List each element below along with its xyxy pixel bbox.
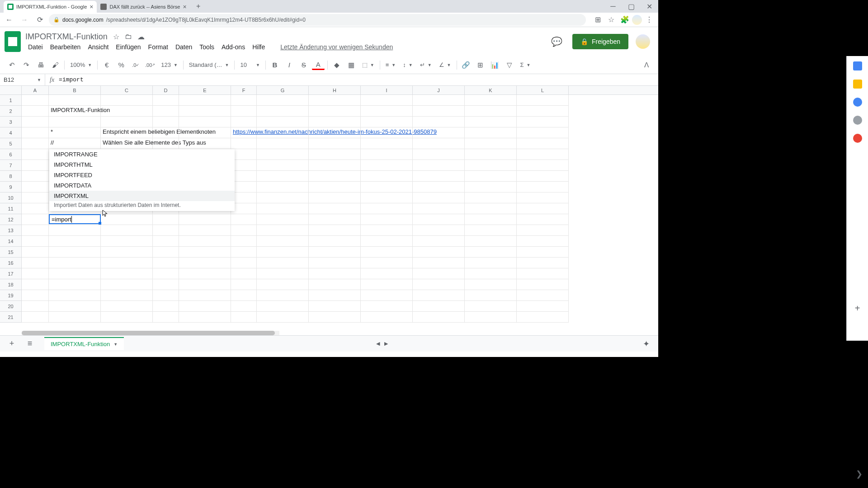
cell[interactable] (257, 127, 309, 138)
row-header[interactable]: 21 (0, 312, 21, 323)
cell[interactable] (231, 171, 257, 182)
cell[interactable] (465, 182, 517, 192)
reload-button[interactable]: ⟳ (33, 14, 46, 26)
cell[interactable] (309, 312, 361, 323)
bold-button[interactable]: B (269, 59, 281, 71)
cell[interactable] (517, 225, 569, 236)
cell[interactable] (22, 160, 49, 171)
cell[interactable] (179, 117, 231, 127)
cell[interactable] (465, 312, 517, 323)
cell[interactable] (413, 279, 465, 290)
col-header[interactable]: A (22, 86, 49, 94)
cell[interactable] (309, 192, 361, 203)
cell[interactable] (22, 138, 49, 149)
cell[interactable] (22, 182, 49, 192)
cell[interactable] (413, 258, 465, 268)
row-header[interactable]: 6 (0, 149, 21, 160)
cell[interactable] (517, 203, 569, 214)
cell[interactable] (22, 203, 49, 214)
wrap-button[interactable]: ↵▼ (417, 61, 434, 68)
cell[interactable] (22, 258, 49, 268)
cell[interactable] (179, 236, 231, 247)
cell[interactable] (309, 214, 361, 225)
cell[interactable] (231, 160, 257, 171)
cell[interactable]: https://www.finanzen.net/nachricht/aktie… (231, 127, 257, 138)
cell[interactable] (257, 258, 309, 268)
cell[interactable] (22, 149, 49, 160)
cell[interactable] (22, 171, 49, 182)
cell[interactable] (231, 203, 257, 214)
font-select[interactable]: Standard (…▼ (186, 61, 232, 68)
cell[interactable] (361, 149, 413, 160)
cell[interactable] (413, 138, 465, 149)
star-icon[interactable]: ☆ (113, 33, 119, 41)
cell[interactable] (231, 301, 257, 312)
cell[interactable] (179, 268, 231, 279)
cell[interactable] (517, 236, 569, 247)
row-header[interactable]: 17 (0, 268, 21, 279)
cell[interactable] (413, 127, 465, 138)
cell[interactable] (153, 214, 179, 225)
cell[interactable]: Entspricht einem beliebigen Elementknote… (101, 127, 153, 138)
merge-button[interactable]: ⬚▼ (359, 61, 377, 68)
cell[interactable] (361, 268, 413, 279)
name-box[interactable]: B12▼ (0, 74, 45, 85)
cell[interactable] (517, 214, 569, 225)
cell[interactable] (179, 127, 231, 138)
cell[interactable] (413, 160, 465, 171)
cell[interactable] (309, 203, 361, 214)
cell[interactable] (101, 225, 153, 236)
row-header[interactable]: 12 (0, 214, 21, 225)
cell[interactable] (361, 160, 413, 171)
cell[interactable] (49, 301, 101, 312)
cell[interactable] (179, 312, 231, 323)
cloud-icon[interactable]: ☁ (137, 33, 145, 41)
row-header[interactable]: 14 (0, 236, 21, 247)
cell[interactable] (361, 214, 413, 225)
row-header[interactable]: 8 (0, 171, 21, 182)
close-window-button[interactable]: ✕ (640, 0, 658, 13)
cell[interactable] (413, 106, 465, 117)
cell[interactable] (153, 127, 179, 138)
cell[interactable] (49, 312, 101, 323)
cell[interactable] (465, 290, 517, 301)
cell[interactable] (231, 290, 257, 301)
cell[interactable] (257, 192, 309, 203)
cell[interactable] (465, 106, 517, 117)
currency-button[interactable]: € (100, 59, 113, 71)
cell[interactable] (465, 138, 517, 149)
cell[interactable] (309, 160, 361, 171)
col-header[interactable]: G (257, 86, 309, 94)
decrease-decimal-button[interactable]: .0↙ (129, 59, 142, 71)
cell[interactable] (231, 138, 257, 149)
cell[interactable] (309, 247, 361, 258)
cell[interactable] (465, 117, 517, 127)
cell[interactable] (231, 225, 257, 236)
user-avatar[interactable] (636, 34, 650, 49)
cell[interactable] (361, 290, 413, 301)
cell[interactable] (465, 127, 517, 138)
cell[interactable] (101, 258, 153, 268)
cell[interactable] (257, 290, 309, 301)
cell[interactable] (465, 258, 517, 268)
sheet-nav-next[interactable]: ▶ (384, 341, 388, 347)
row-header[interactable]: 19 (0, 290, 21, 301)
cell[interactable] (465, 214, 517, 225)
doc-title[interactable]: IMPORTXML-Funktion (25, 32, 108, 42)
cell[interactable] (517, 106, 569, 117)
row-header[interactable]: 13 (0, 225, 21, 236)
cell[interactable] (517, 290, 569, 301)
autocomplete-item[interactable]: IMPORTHTML (49, 160, 235, 170)
cell[interactable] (257, 182, 309, 192)
cell[interactable] (517, 127, 569, 138)
cell[interactable] (413, 203, 465, 214)
cell[interactable] (231, 258, 257, 268)
row-header[interactable]: 4 (0, 127, 21, 138)
cell[interactable] (49, 225, 101, 236)
menu-ansicht[interactable]: Ansicht (85, 42, 111, 52)
cell[interactable] (101, 117, 153, 127)
cell[interactable] (361, 312, 413, 323)
cell[interactable] (361, 225, 413, 236)
col-header[interactable]: C (101, 86, 153, 94)
cell[interactable] (309, 236, 361, 247)
